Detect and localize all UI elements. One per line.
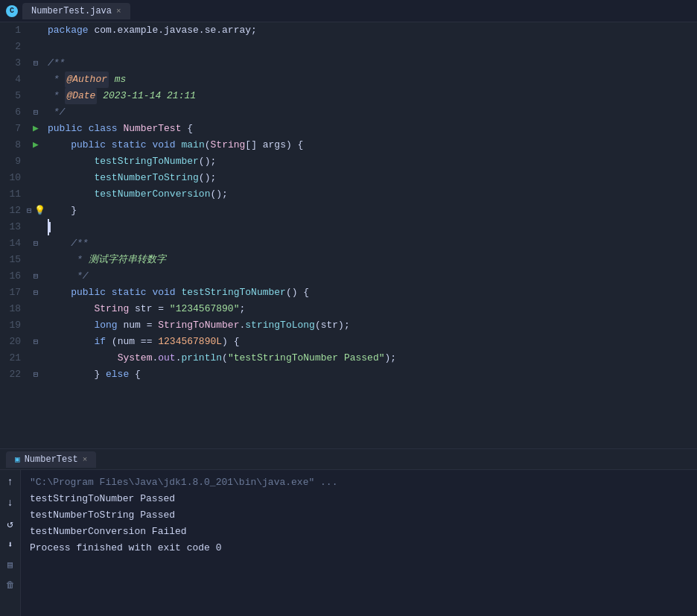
code-token: static [112, 285, 147, 301]
code-line: testNumberConversion(); [48, 186, 697, 203]
code-token [176, 285, 182, 301]
code-token [48, 137, 71, 153]
code-token: void [152, 137, 175, 153]
code-line: } [48, 203, 697, 219]
code-token: (); [199, 170, 216, 186]
code-token: . [152, 350, 158, 366]
code-token: package [48, 22, 89, 39]
code-token: /** [48, 55, 65, 72]
code-token [48, 334, 94, 350]
tab-close-button[interactable]: × [116, 7, 121, 16]
code-token: if [94, 334, 106, 350]
code-token: . [176, 350, 182, 366]
code-line: testStringToNumber(); [48, 153, 697, 170]
code-token [118, 121, 124, 137]
code-token: testNumberToString [94, 170, 198, 186]
code-line: long num = StringToNumber.stringToLong(s… [48, 317, 697, 334]
code-token [48, 301, 94, 317]
console-tab-close[interactable]: × [83, 455, 88, 464]
gutter-item [27, 22, 45, 39]
code-token: . [239, 317, 245, 334]
stop-button[interactable]: ⬇ [7, 539, 13, 550]
console-tab-icon: ▣ [15, 454, 20, 464]
line-numbers: 12345678910111213141516171819202122 [0, 22, 27, 448]
scroll-down-button[interactable]: ↓ [7, 497, 13, 509]
code-token [147, 137, 153, 153]
code-token: StringToNumber [158, 317, 239, 334]
code-token: ); [385, 350, 397, 366]
gutter-item [27, 170, 45, 186]
code-token: 测试字符串转数字 [89, 252, 166, 268]
line-number: 22 [3, 366, 21, 383]
line-number: 21 [3, 350, 21, 366]
line-number: 1 [3, 22, 21, 39]
code-token: * [48, 252, 89, 268]
editor-tab[interactable]: NumberTest.java × [22, 3, 130, 19]
code-line: System.out.println("testStringToNumber P… [48, 350, 697, 366]
code-token: * [48, 72, 65, 88]
code-token: (); [199, 153, 216, 170]
code-token: } [48, 366, 106, 383]
line-number: 16 [3, 268, 21, 285]
code-line: /** [48, 235, 697, 252]
code-token [106, 285, 112, 301]
code-token [48, 186, 94, 203]
scroll-up-button[interactable]: ↑ [7, 476, 13, 488]
line-number: 9 [3, 153, 21, 170]
console-tab-label: NumberTest [25, 454, 78, 465]
code-line: } else { [48, 366, 697, 383]
code-line: testNumberToString(); [48, 170, 697, 186]
gutter-item[interactable]: ▶ [27, 137, 45, 153]
code-token: testStringToNumber [182, 285, 286, 301]
code-line: public static void testStringToNumber() … [48, 285, 697, 301]
code-token: testNumberConversion [94, 186, 210, 203]
file-type-icon: C [6, 5, 18, 17]
code-line: public static void main(String[] args) { [48, 137, 697, 153]
code-token: "1234567890" [170, 301, 240, 317]
code-token [48, 153, 94, 170]
code-token: @Date [65, 88, 97, 104]
code-token [48, 235, 71, 252]
rerun-button[interactable]: ↺ [7, 518, 13, 530]
gutter-item [27, 39, 45, 55]
code-token: (); [210, 186, 227, 203]
code-token: static [112, 137, 147, 153]
line-number: 6 [3, 104, 21, 121]
print-button[interactable]: ▤ [7, 559, 13, 571]
console-tabs: ▣ NumberTest × [0, 449, 697, 470]
code-content[interactable]: package com.example.javase.se.array;/** … [45, 22, 697, 448]
code-token: testStringToNumber [94, 153, 198, 170]
code-token: str = [129, 301, 170, 317]
code-token: else [106, 366, 129, 383]
code-line: /** [48, 55, 697, 72]
code-token: /** [71, 235, 88, 252]
console-area: ▣ NumberTest × ↑ ↓ ↺ ⬇ ▤ 🗑 "C:\Program F… [0, 448, 697, 616]
gutter-item[interactable]: ▶ [27, 121, 45, 137]
code-line: * @Date 2023-11-14 21:11 [48, 88, 697, 104]
code-token: public [48, 121, 83, 137]
code-token: * [48, 88, 65, 104]
line-number: 12 [3, 203, 21, 219]
code-token: stringToLong [245, 317, 315, 334]
code-token: [] args) { [245, 137, 303, 153]
code-token: num = [118, 317, 159, 334]
code-token: ms [109, 72, 126, 88]
tab-filename: NumberTest.java [31, 6, 112, 16]
console-tab-numbertest[interactable]: ▣ NumberTest × [6, 451, 96, 468]
code-token [106, 137, 112, 153]
code-token: println [181, 350, 222, 366]
line-number: 14 [3, 235, 21, 252]
gutter-item: ⊟ [27, 55, 45, 72]
line-number: 13 [3, 219, 21, 235]
code-token [48, 170, 94, 186]
code-token: */ [48, 268, 89, 285]
code-line: if (num == 1234567890L) { [48, 334, 697, 350]
line-number: 11 [3, 186, 21, 203]
code-token: "testStringToNumber Passed" [228, 350, 385, 366]
line-number: 8 [3, 137, 21, 153]
title-bar: C NumberTest.java × [0, 0, 697, 22]
gutter: ⊟⊟▶▶⊟💡⊟⊟⊟⊟⊟ [27, 22, 45, 448]
clear-button[interactable]: 🗑 [6, 580, 15, 591]
gutter-item [27, 301, 45, 317]
code-line [48, 39, 697, 55]
